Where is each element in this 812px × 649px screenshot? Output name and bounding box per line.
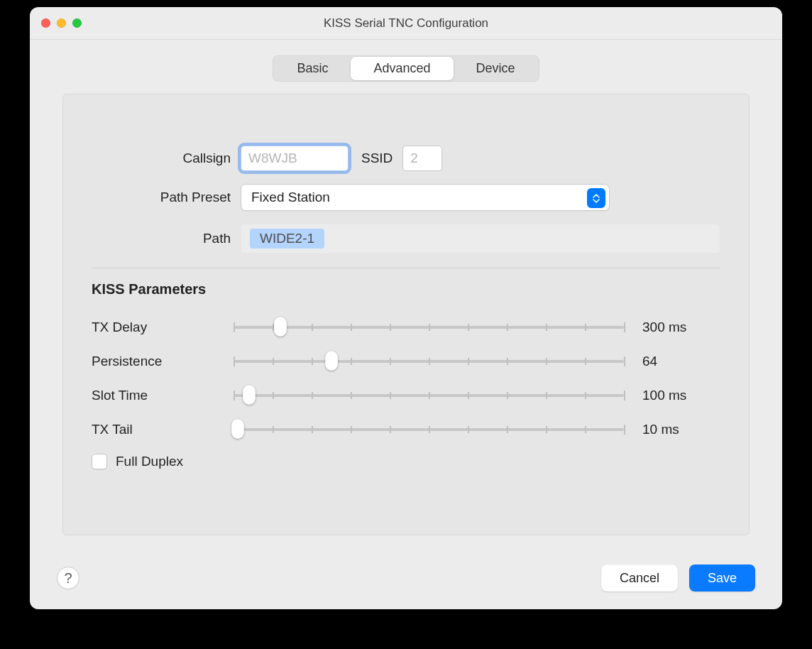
content: Basic Advanced Device Callsign SSID Path… <box>30 40 782 609</box>
slot-time-slider[interactable] <box>234 387 624 404</box>
traffic-lights <box>41 18 82 28</box>
callsign-label: Callsign <box>92 151 241 166</box>
cancel-button[interactable]: Cancel <box>601 565 678 591</box>
persistence-slider[interactable] <box>234 353 624 370</box>
path-preset-label: Path Preset <box>92 190 241 205</box>
separator <box>92 268 720 268</box>
path-tag: WIDE2-1 <box>250 229 324 249</box>
advanced-panel: Callsign SSID Path Preset Fixed Station … <box>62 94 750 535</box>
minimize-icon[interactable] <box>57 18 66 28</box>
zoom-icon[interactable] <box>72 18 82 28</box>
path-field[interactable]: WIDE2-1 <box>241 224 720 253</box>
persistence-value: 64 <box>642 354 720 369</box>
full-duplex-label: Full Duplex <box>116 454 183 469</box>
ssid-label: SSID <box>361 151 393 166</box>
window-title: KISS Serial TNC Configuration <box>30 16 782 31</box>
tx-tail-label: TX Tail <box>92 422 234 437</box>
tx-delay-value: 300 ms <box>642 320 720 335</box>
full-duplex-checkbox[interactable] <box>92 454 107 469</box>
tab-basic[interactable]: Basic <box>274 57 351 80</box>
tx-delay-label: TX Delay <box>92 320 234 335</box>
path-label: Path <box>92 231 241 246</box>
kiss-title: KISS Parameters <box>92 281 720 298</box>
callsign-input[interactable] <box>241 146 349 171</box>
help-button[interactable]: ? <box>57 567 79 589</box>
close-icon[interactable] <box>41 18 50 28</box>
select-stepper-icon <box>587 188 605 208</box>
footer: ? Cancel Save <box>30 547 782 609</box>
save-button[interactable]: Save <box>689 565 755 591</box>
persistence-label: Persistence <box>92 354 234 369</box>
ssid-input[interactable] <box>402 146 442 171</box>
tab-bar: Basic Advanced Device <box>273 55 539 82</box>
path-preset-value: Fixed Station <box>251 190 330 205</box>
path-preset-select[interactable]: Fixed Station <box>241 184 610 211</box>
titlebar: KISS Serial TNC Configuration <box>30 7 782 40</box>
slot-time-label: Slot Time <box>92 388 234 403</box>
tx-delay-slider[interactable] <box>234 319 624 336</box>
tab-device[interactable]: Device <box>454 57 538 80</box>
tx-tail-value: 10 ms <box>642 422 720 437</box>
tx-tail-slider[interactable] <box>234 421 624 438</box>
config-window: KISS Serial TNC Configuration Basic Adva… <box>30 7 782 609</box>
slot-time-value: 100 ms <box>642 388 720 403</box>
tab-advanced[interactable]: Advanced <box>351 57 453 80</box>
